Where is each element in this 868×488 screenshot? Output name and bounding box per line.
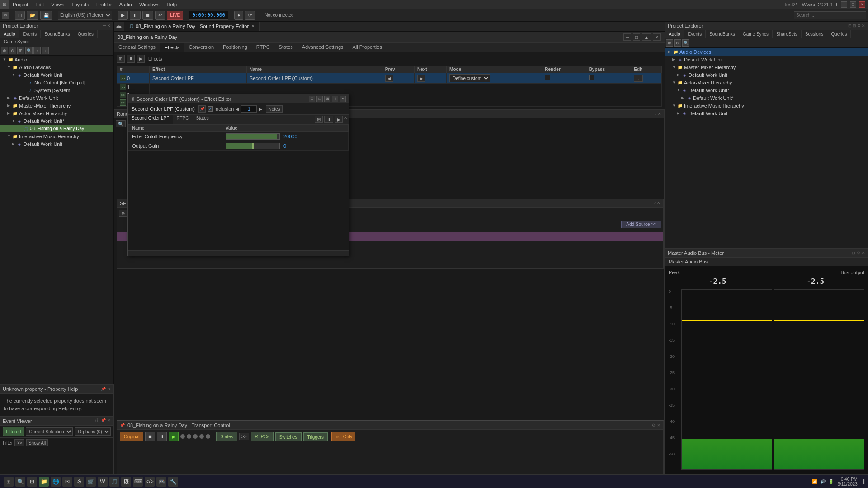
tree-master-mixer[interactable]: ▶ 📁 Master-Mixer Hierarchy <box>0 102 113 109</box>
right-panel-close[interactable]: ✕ <box>862 23 865 28</box>
random-close-btn[interactable]: ✕ <box>658 112 661 116</box>
effect-expand-btn-3[interactable]: >> <box>120 99 126 106</box>
right-tab-gamesyncs[interactable]: Game Syncs <box>739 30 773 38</box>
right-tree-interactive-music[interactable]: ▼ 📁 Interactive Music Hierarchy <box>665 102 868 109</box>
left-panel-menu[interactable]: ☰ <box>103 23 106 28</box>
effect-grid-btn[interactable]: ⊞ <box>315 116 323 123</box>
property-help-pin[interactable]: 📌 <box>101 387 106 391</box>
dot-btn-4[interactable] <box>199 434 204 439</box>
tree-actor-mixer[interactable]: ▶ 📁 Actor-Mixer Hierarchy <box>0 109 113 117</box>
minimize-editor[interactable]: ─ <box>623 33 631 41</box>
switches-btn[interactable]: Switches <box>275 432 302 441</box>
effect-bypass-0[interactable] <box>586 73 631 84</box>
orphans-select[interactable]: Orphans (0) <box>75 427 111 436</box>
tab-positioning[interactable]: Positioning <box>218 43 252 52</box>
tab-all-properties[interactable]: All Properties <box>348 43 387 52</box>
inclusion-value-input[interactable] <box>241 105 257 113</box>
effects-grid-btn[interactable]: ⊞ <box>117 55 125 63</box>
tab-advanced-settings[interactable]: Advanced Settings <box>297 43 348 52</box>
toolbar-icon-3[interactable]: ⏹ <box>142 11 153 20</box>
tree-fishing-sound[interactable]: 🎵 08_Fishing on a Rainy Day <box>0 125 113 132</box>
transport-arrow-btn[interactable]: >> <box>239 433 249 440</box>
inclusion-checkbox[interactable]: ✓ <box>208 106 213 112</box>
right-tree-btn-2[interactable]: ⊖ <box>674 39 681 47</box>
effect-editor-scrollbar[interactable] <box>128 250 349 256</box>
capture-btn[interactable]: ● <box>234 11 243 20</box>
tree-interactive-music[interactable]: ▼ 📁 Interactive Music Hierarchy <box>0 132 113 140</box>
effect-editor-btn1[interactable]: ⊟ <box>309 96 315 102</box>
tree-work-unit-2[interactable]: ▶ ◈ Default Work Unit <box>0 94 113 102</box>
tab-soundbanks[interactable]: SoundBanks <box>41 30 74 38</box>
transport-close[interactable]: ✕ <box>657 423 660 427</box>
right-panel-btn2[interactable]: ⊞ <box>853 23 856 28</box>
meter-settings[interactable]: ⚙ <box>857 251 860 255</box>
param-gain-slider[interactable] <box>226 143 280 149</box>
taskbar-chrome[interactable]: 🌐 <box>51 477 61 487</box>
right-tree-audio-devices[interactable]: ▶ 📁 Audio Devices <box>665 48 868 56</box>
taskbar-mail[interactable]: ✉ <box>62 477 72 487</box>
random-search-btn[interactable]: 🔍 <box>116 120 126 127</box>
effect-inner-close[interactable]: ✕ <box>344 116 348 123</box>
tree-btn-1[interactable]: ⊕ <box>1 47 8 54</box>
menu-views[interactable]: Views <box>47 0 68 9</box>
tree-btn-6[interactable]: ↓ <box>42 47 49 54</box>
tree-no-output[interactable]: ♪ No_Output [No Output] <box>0 79 113 86</box>
sfx-close-btn[interactable]: ✕ <box>657 201 660 206</box>
tree-btn-3[interactable]: ⊞ <box>17 47 24 54</box>
search-input[interactable] <box>794 11 866 19</box>
rtpcs-btn[interactable]: RTPCs <box>251 432 274 441</box>
tab-states[interactable]: States <box>274 43 297 52</box>
current-selection-select[interactable]: Current Selection <box>26 427 73 436</box>
right-tree-wu-imh[interactable]: ▶ ◈ Default Work Unit <box>665 109 868 117</box>
pause-btn[interactable]: ⏸ <box>157 432 167 441</box>
close-editor[interactable]: ✕ <box>653 33 661 41</box>
triggers-btn[interactable]: Triggers <box>303 432 328 441</box>
tree-btn-5[interactable]: ↑ <box>33 47 41 54</box>
menu-windows[interactable]: Windows <box>136 0 163 9</box>
taskbar-store[interactable]: 🛒 <box>86 477 96 487</box>
menu-edit[interactable]: Edit <box>32 0 47 9</box>
taskbar-show-desktop[interactable]: ▐ <box>861 479 864 484</box>
menu-profiler[interactable]: Profiler <box>93 0 116 9</box>
effect-tab-lpf[interactable]: Second Order LPF <box>128 115 173 124</box>
event-viewer-close[interactable]: ✕ <box>107 418 111 424</box>
right-tab-sessions[interactable]: Sessions <box>802 30 828 38</box>
right-tab-events[interactable]: Events <box>684 30 706 38</box>
sound-editor-close[interactable]: ✕ <box>251 24 255 28</box>
tab-rtpc[interactable]: RTPC <box>252 43 274 52</box>
tree-btn-2[interactable]: ⊖ <box>9 47 16 54</box>
effect-render-check[interactable] <box>545 75 550 80</box>
effect-editor-btn4[interactable]: ⬆ <box>332 96 338 102</box>
right-tree[interactable]: ▶ 📁 Audio Devices ▶ ◈ Default Work Unit … <box>665 48 868 248</box>
meter-close[interactable]: ✕ <box>862 251 865 255</box>
language-select[interactable]: English (US) (Referenc...) <box>58 11 112 20</box>
right-tree-master-mixer[interactable]: ▼ 📁 Master-Mixer Hierarchy <box>665 63 868 71</box>
taskbar-img[interactable]: 🖼 <box>121 477 131 487</box>
show-all-btn[interactable]: Show All <box>26 439 48 446</box>
taskbar-wwise[interactable]: W <box>98 477 108 487</box>
minimize-btn[interactable]: ─ <box>841 1 847 8</box>
dot-btn-3[interactable] <box>193 434 198 439</box>
effect-expand-btn[interactable]: >> <box>120 75 126 81</box>
meter-btn1[interactable]: ⊟ <box>852 251 855 255</box>
close-btn[interactable]: ✕ <box>859 1 865 8</box>
new-btn[interactable]: ◻ <box>15 11 25 20</box>
stop-btn[interactable]: ⏹ <box>145 432 155 441</box>
effect-expand-btn-1[interactable]: >> <box>120 84 126 90</box>
effect-bypass-check[interactable] <box>589 75 594 80</box>
effect-tab-rtpc[interactable]: RTPC <box>173 115 192 124</box>
right-tree-wu-star[interactable]: ▼ ◈ Default Work Unit* <box>665 86 868 94</box>
original-btn[interactable]: Original <box>120 432 143 441</box>
effect-prev-btn[interactable]: ◀ <box>385 75 393 82</box>
taskbar-term[interactable]: ⌨ <box>133 477 143 487</box>
play-btn[interactable]: ▶ <box>169 432 179 441</box>
tree-work-unit-imh[interactable]: ▶ ◈ Default Work Unit <box>0 140 113 148</box>
effect-mode-select[interactable]: Define custom <box>449 74 490 82</box>
effect-editor-btn3[interactable]: ⊞ <box>324 96 330 102</box>
taskbar-explorer[interactable]: 📁 <box>39 477 49 487</box>
effect-edit-0[interactable]: … <box>631 73 662 84</box>
save-btn[interactable]: 💾 <box>40 11 52 20</box>
sfx-help-btn[interactable]: ? <box>653 201 656 206</box>
inc-only-btn[interactable]: Inc. Only <box>331 432 355 441</box>
tree-btn-4[interactable]: 🔍 <box>25 47 33 54</box>
